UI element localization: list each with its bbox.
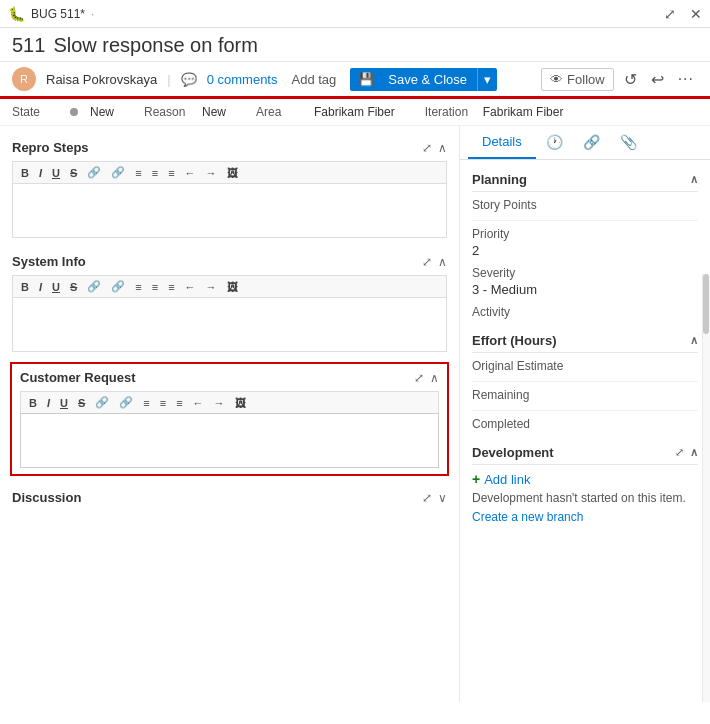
state-value[interactable]: New bbox=[90, 105, 114, 119]
work-item-name: Slow response on form bbox=[53, 34, 258, 57]
title-bar-left: 🐛 BUG 511* · bbox=[8, 6, 94, 22]
sysinfo-link2-btn[interactable]: 🔗 bbox=[107, 279, 129, 294]
sysinfo-link1-btn[interactable]: 🔗 bbox=[83, 279, 105, 294]
sysinfo-outdent-btn[interactable]: ← bbox=[181, 279, 200, 294]
tab-links[interactable]: 🔗 bbox=[573, 126, 610, 159]
remaining-label: Remaining bbox=[472, 388, 698, 402]
repro-steps-collapse-button[interactable]: ∧ bbox=[438, 141, 447, 155]
tab-attachments[interactable]: 📎 bbox=[610, 126, 647, 159]
iteration-value[interactable]: Fabrikam Fiber bbox=[483, 105, 564, 119]
creq-list1-btn[interactable]: ≡ bbox=[139, 395, 153, 410]
user-name: Raisa Pokrovskaya bbox=[46, 72, 157, 87]
add-tag-button[interactable]: Add tag bbox=[287, 70, 340, 89]
repro-outdent-btn[interactable]: ← bbox=[181, 165, 200, 180]
severity-value[interactable]: 3 - Medium bbox=[472, 282, 698, 297]
sysinfo-list1-btn[interactable]: ≡ bbox=[131, 279, 145, 294]
save-close-button[interactable]: 💾 Save & Close ▾ bbox=[350, 68, 497, 91]
system-info-collapse-button[interactable]: ∧ bbox=[438, 255, 447, 269]
sysinfo-strikethrough-btn[interactable]: S bbox=[66, 279, 81, 294]
priority-value[interactable]: 2 bbox=[472, 243, 698, 258]
discussion-header: Discussion ⤢ ∨ bbox=[12, 490, 447, 505]
repro-steps-editor[interactable] bbox=[12, 183, 447, 238]
reason-value[interactable]: New bbox=[202, 105, 226, 119]
repro-link2-btn[interactable]: 🔗 bbox=[107, 165, 129, 180]
creq-image-btn[interactable]: 🖼 bbox=[231, 395, 250, 410]
planning-collapse-button[interactable]: ∧ bbox=[690, 173, 698, 186]
expand-icon[interactable]: ⤢ bbox=[664, 6, 676, 22]
repro-image-btn[interactable]: 🖼 bbox=[223, 165, 242, 180]
development-expand-button[interactable]: ⤢ bbox=[675, 446, 684, 459]
sysinfo-underline-btn[interactable]: U bbox=[48, 279, 64, 294]
customer-request-editor[interactable] bbox=[20, 413, 439, 468]
state-dot bbox=[70, 108, 78, 116]
more-button[interactable]: ··· bbox=[674, 68, 698, 90]
creq-indent-btn[interactable]: → bbox=[210, 395, 229, 410]
creq-underline-btn[interactable]: U bbox=[56, 395, 72, 410]
refresh-button[interactable]: ↺ bbox=[620, 68, 641, 91]
customer-request-collapse-button[interactable]: ∧ bbox=[430, 371, 439, 385]
follow-button[interactable]: 👁 Follow bbox=[541, 68, 614, 91]
development-title: Development bbox=[472, 445, 554, 460]
close-icon[interactable]: ✕ bbox=[690, 6, 702, 22]
repro-bold-btn[interactable]: B bbox=[17, 165, 33, 180]
planning-title: Planning bbox=[472, 172, 527, 187]
creq-link1-btn[interactable]: 🔗 bbox=[91, 395, 113, 410]
development-hint: Development hasn't started on this item. bbox=[472, 491, 698, 505]
save-close-arrow[interactable]: ▾ bbox=[477, 68, 497, 91]
original-estimate-field: Original Estimate bbox=[472, 359, 698, 373]
separator-planning-1 bbox=[472, 220, 698, 221]
creq-list3-btn[interactable]: ≡ bbox=[172, 395, 186, 410]
tab-details[interactable]: Details bbox=[468, 126, 536, 159]
repro-link1-btn[interactable]: 🔗 bbox=[83, 165, 105, 180]
title-bar-controls: ⤢ ✕ bbox=[664, 6, 702, 22]
create-branch-link[interactable]: Create a new branch bbox=[472, 510, 583, 524]
priority-field: Priority 2 bbox=[472, 227, 698, 258]
sysinfo-list3-btn[interactable]: ≡ bbox=[164, 279, 178, 294]
story-points-field: Story Points bbox=[472, 198, 698, 212]
sysinfo-indent-btn[interactable]: → bbox=[202, 279, 221, 294]
comments-link[interactable]: 0 comments bbox=[207, 72, 278, 87]
add-link-button[interactable]: + Add link bbox=[472, 471, 698, 487]
undo-button[interactable]: ↩ bbox=[647, 68, 668, 91]
discussion-collapse-button[interactable]: ∨ bbox=[438, 491, 447, 505]
repro-list1-btn[interactable]: ≡ bbox=[131, 165, 145, 180]
creq-italic-btn[interactable]: I bbox=[43, 395, 54, 410]
discussion-expand-button[interactable]: ⤢ bbox=[422, 491, 432, 505]
development-collapse-button[interactable]: ∧ bbox=[690, 446, 698, 459]
repro-steps-expand-button[interactable]: ⤢ bbox=[422, 141, 432, 155]
repro-list2-btn[interactable]: ≡ bbox=[148, 165, 162, 180]
creq-strikethrough-btn[interactable]: S bbox=[74, 395, 89, 410]
scrollbar-thumb bbox=[703, 274, 709, 334]
repro-steps-title: Repro Steps bbox=[12, 140, 89, 155]
effort-collapse-button[interactable]: ∧ bbox=[690, 334, 698, 347]
sysinfo-list2-btn[interactable]: ≡ bbox=[148, 279, 162, 294]
completed-label: Completed bbox=[472, 417, 698, 431]
area-value[interactable]: Fabrikam Fiber bbox=[314, 105, 395, 119]
system-info-expand-button[interactable]: ⤢ bbox=[422, 255, 432, 269]
right-content: Planning ∧ Story Points Priority 2 Sever… bbox=[460, 160, 710, 532]
reason-label: Reason bbox=[144, 105, 194, 119]
repro-underline-btn[interactable]: U bbox=[48, 165, 64, 180]
repro-indent-btn[interactable]: → bbox=[202, 165, 221, 180]
area-field: Area Fabrikam Fiber bbox=[256, 105, 395, 119]
repro-list3-btn[interactable]: ≡ bbox=[164, 165, 178, 180]
tab-history[interactable]: 🕐 bbox=[536, 126, 573, 159]
creq-bold-btn[interactable]: B bbox=[25, 395, 41, 410]
sysinfo-bold-btn[interactable]: B bbox=[17, 279, 33, 294]
sysinfo-image-btn[interactable]: 🖼 bbox=[223, 279, 242, 294]
repro-strikethrough-btn[interactable]: S bbox=[66, 165, 81, 180]
sysinfo-italic-btn[interactable]: I bbox=[35, 279, 46, 294]
creq-link2-btn[interactable]: 🔗 bbox=[115, 395, 137, 410]
customer-request-section: Customer Request ⤢ ∧ B I U S 🔗 🔗 ≡ ≡ ≡ ←… bbox=[10, 362, 449, 476]
right-scrollbar[interactable] bbox=[702, 274, 710, 702]
repro-italic-btn[interactable]: I bbox=[35, 165, 46, 180]
save-icon: 💾 bbox=[350, 68, 378, 91]
creq-list2-btn[interactable]: ≡ bbox=[156, 395, 170, 410]
completed-field: Completed bbox=[472, 417, 698, 431]
area-label: Area bbox=[256, 105, 306, 119]
customer-request-expand-button[interactable]: ⤢ bbox=[414, 371, 424, 385]
system-info-editor[interactable] bbox=[12, 297, 447, 352]
title-bar: 🐛 BUG 511* · ⤢ ✕ bbox=[0, 0, 710, 28]
title-bar-dot: · bbox=[91, 7, 94, 21]
creq-outdent-btn[interactable]: ← bbox=[189, 395, 208, 410]
